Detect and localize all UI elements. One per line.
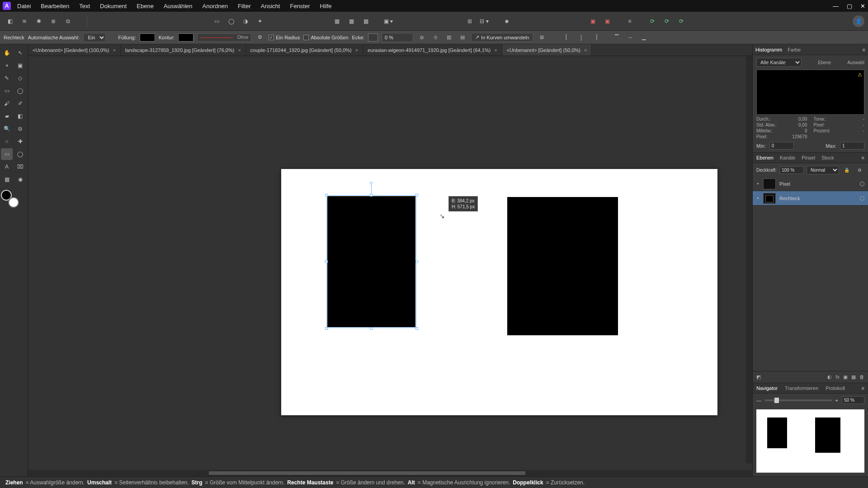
menu-anordnen[interactable]: Anordnen <box>203 3 228 9</box>
visibility-toggle[interactable] <box>860 196 864 201</box>
crop-dropdown[interactable]: ▣ ▾ <box>382 15 395 28</box>
doc-tab-4[interactable]: <Unbenannt> [Geändert] (50,0%)× <box>502 44 592 56</box>
tab-transform[interactable]: Transformieren <box>785 385 818 391</box>
dodge-tool[interactable]: ○ <box>1 136 13 147</box>
warning-icon[interactable]: ⚠ <box>858 72 862 78</box>
doc-tab-1[interactable]: landscape-3127859_1920.jpg [Geändert] (7… <box>121 44 246 56</box>
close-icon[interactable]: × <box>238 47 241 53</box>
layer-dot-icon[interactable]: ∘ <box>756 181 760 187</box>
align-combo-1-icon[interactable]: ▥ <box>444 33 454 42</box>
corner-value-input[interactable] <box>382 33 413 42</box>
snap-toggle-icon[interactable]: ⊞ <box>463 15 476 28</box>
frame-text-tool[interactable]: ⌧ <box>14 161 26 173</box>
stroke-width-widget[interactable]: Ohne <box>197 33 251 42</box>
min-input[interactable] <box>769 142 794 150</box>
align-center-h-icon[interactable]: ⯐ <box>417 33 427 42</box>
rectangle-tool[interactable]: ▭ <box>1 148 13 160</box>
panel-menu-icon[interactable]: ≡ <box>862 385 864 391</box>
shape-rectangle-2[interactable] <box>507 197 618 335</box>
stroke-swatch[interactable] <box>178 33 193 42</box>
handle-tm[interactable] <box>370 194 373 197</box>
pen-tool[interactable]: ✎ <box>1 72 13 84</box>
align-bottom-icon[interactable]: ▁ <box>639 33 649 42</box>
align-center-v-icon[interactable]: ⯑ <box>430 33 440 42</box>
ellipse-tool[interactable]: ◯ <box>14 148 26 160</box>
selection-mode-2-icon[interactable]: ◯ <box>225 15 237 28</box>
align-left-icon[interactable]: ▏ <box>563 33 573 42</box>
snap-options-dropdown[interactable]: ⊟ ▾ <box>478 15 491 28</box>
sync-1-icon[interactable]: ⟳ <box>646 15 659 28</box>
account-avatar[interactable]: 👤 <box>853 15 864 27</box>
align-right-icon[interactable]: ▕ <box>590 33 600 42</box>
maximize-button[interactable]: ▢ <box>847 3 852 9</box>
close-icon[interactable]: × <box>355 47 358 53</box>
minimize-button[interactable]: — <box>833 3 839 9</box>
absolute-sizes-checkbox[interactable]: Absolute Größen <box>303 35 348 40</box>
geometry-divide-icon[interactable]: ⊞ <box>537 33 547 42</box>
brush-tool[interactable]: 🖌 <box>1 98 13 109</box>
tab-color[interactable]: Farbe <box>788 47 801 52</box>
persona-develop-icon[interactable]: ✺ <box>33 15 45 28</box>
handle-ml[interactable] <box>325 260 328 263</box>
sync-2-icon[interactable]: ⟳ <box>660 15 673 28</box>
opacity-input[interactable] <box>779 166 804 174</box>
menu-auswaehlen[interactable]: Auswählen <box>164 3 193 9</box>
menu-text[interactable]: Text <box>79 3 90 9</box>
panel-menu-icon[interactable]: ≡ <box>862 155 864 160</box>
menu-datei[interactable]: Datei <box>17 3 31 9</box>
align-icon[interactable]: ≡ <box>623 15 636 28</box>
align-top-icon[interactable]: ▔ <box>612 33 622 42</box>
tab-layers[interactable]: Ebenen <box>756 155 774 160</box>
menu-ebene[interactable]: Ebene <box>137 3 154 9</box>
new-layer-icon[interactable]: ▦ <box>851 374 856 380</box>
convert-to-curves-button[interactable]: ↗ In Kurven umwandeln <box>471 33 533 42</box>
layer-lock-icon[interactable]: 🔒 <box>842 165 852 175</box>
node-tool[interactable]: ◇ <box>14 72 26 84</box>
marquee-tool[interactable]: ▭ <box>1 85 13 97</box>
tab-stock[interactable]: Stock <box>821 155 834 160</box>
navigator-preview[interactable] <box>756 409 864 473</box>
doc-tab-0[interactable]: <Unbenannt> [Geändert] (100,0%)× <box>28 44 121 56</box>
selection-mode-1-icon[interactable]: ▭ <box>210 15 223 28</box>
mask-layer-icon[interactable]: ◩ <box>756 374 761 380</box>
align-vcenter-icon[interactable]: ─ <box>625 33 635 42</box>
align-combo-2-icon[interactable]: ▤ <box>458 33 467 42</box>
handle-tl[interactable] <box>325 194 328 197</box>
handle-br[interactable] <box>415 327 418 330</box>
layer-dot-icon[interactable]: ∘ <box>756 195 760 201</box>
fill-swatch[interactable] <box>140 33 155 42</box>
group-layer-icon[interactable]: ▣ <box>843 374 848 380</box>
scope-layer-chip[interactable]: Ebene <box>818 60 831 65</box>
menu-fenster[interactable]: Fenster <box>290 3 310 9</box>
text-tool[interactable]: A <box>1 161 13 173</box>
max-input[interactable] <box>840 142 864 150</box>
lasso-tool[interactable]: ◯ <box>14 85 26 97</box>
layer-row-rechteck[interactable]: ∘ Rechteck <box>753 191 868 206</box>
blend-mode-dropdown[interactable]: Normal <box>807 166 839 174</box>
handle-bl[interactable] <box>325 327 328 330</box>
pencil-tool[interactable]: ✐ <box>14 98 26 109</box>
vertical-scrollbar[interactable] <box>746 56 752 464</box>
selection-mode-4-icon[interactable]: ✦ <box>254 15 266 28</box>
menu-hilfe[interactable]: Hilfe <box>320 3 332 9</box>
menu-filter[interactable]: Filter <box>238 3 251 9</box>
fill-tool[interactable]: ▰ <box>1 110 13 122</box>
zoom-input[interactable] <box>842 396 864 404</box>
zoom-tool[interactable]: 🔍 <box>1 123 13 135</box>
menu-bearbeiten[interactable]: Bearbeiten <box>41 3 69 9</box>
channel-dropdown[interactable]: Alle Kanäle <box>756 58 802 67</box>
doc-tab-2[interactable]: couple-1718244_1920.jpg [Geändert] (50,0… <box>246 44 363 56</box>
grid-2-icon[interactable]: ▦ <box>345 15 358 28</box>
tab-history[interactable]: Protokoll <box>826 385 845 391</box>
selection-mode-3-icon[interactable]: ◑ <box>239 15 252 28</box>
assistant-icon[interactable]: ☻ <box>500 15 513 28</box>
panel-menu-icon[interactable]: ≡ <box>863 47 865 52</box>
menu-dokument[interactable]: Dokument <box>100 3 127 9</box>
menu-ansicht[interactable]: Ansicht <box>261 3 280 9</box>
background-color[interactable] <box>8 197 19 208</box>
visibility-toggle[interactable] <box>860 182 864 186</box>
hand-tool[interactable]: ✋ <box>1 47 13 59</box>
scope-selection-chip[interactable]: Auswahl <box>847 60 864 65</box>
auto-select-dropdown[interactable]: Ein <box>83 33 106 42</box>
delete-layer-icon[interactable]: 🗑 <box>859 374 864 380</box>
